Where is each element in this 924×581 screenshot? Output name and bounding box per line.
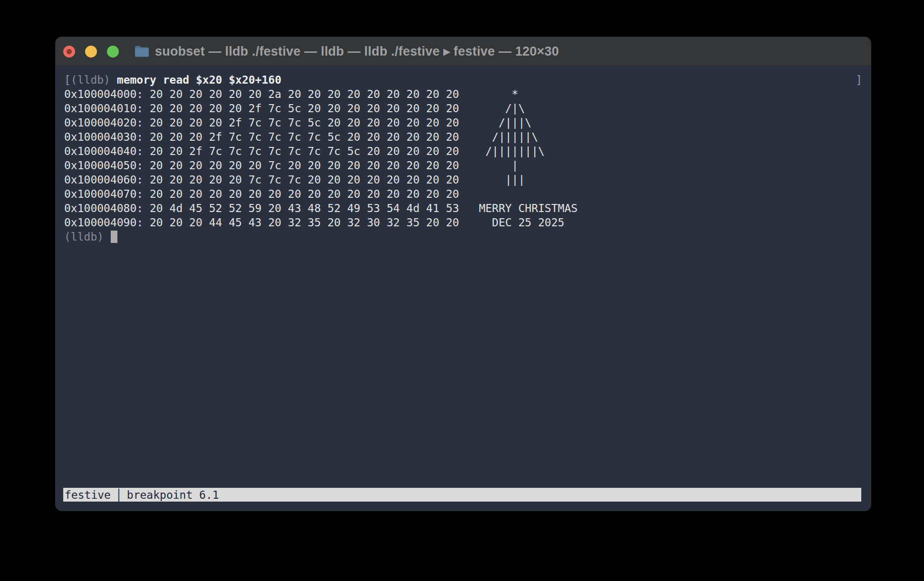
command-text: memory read $x20 $x20+160	[117, 74, 281, 86]
lldb-prompt: (lldb)	[71, 74, 117, 86]
statusline-status: breakpoint 6.1	[127, 489, 219, 501]
close-button[interactable]	[63, 46, 75, 58]
memory-hex-bytes: 20 20 20 44 45 43 20 32 35 20 32 30 32 3…	[150, 216, 459, 229]
memory-ascii: DEC 25 2025	[459, 216, 565, 229]
command-line: [(lldb) memory read $x20 $x20+160 ]	[64, 73, 862, 87]
memory-hex-bytes: 20 20 20 20 20 20 7c 20 20 20 20 20 20 2…	[150, 159, 459, 172]
memory-hex-bytes: 20 20 20 20 20 20 2a 20 20 20 20 20 20 2…	[150, 88, 459, 100]
zoom-button[interactable]	[107, 46, 119, 58]
terminal-screen[interactable]: [(lldb) memory read $x20 $x20+160 ] 0x10…	[56, 66, 871, 511]
memory-ascii: MERRY CHRISTMAS	[459, 202, 578, 214]
memory-ascii: |||	[459, 174, 525, 186]
memory-ascii: *	[459, 88, 519, 100]
memory-address: 0x100004020:	[64, 116, 150, 129]
memory-row: 0x100004010: 20 20 20 20 20 2f 7c 5c 20 …	[64, 101, 862, 116]
memory-row: 0x100004060: 20 20 20 20 20 7c 7c 7c 20 …	[64, 173, 862, 187]
memory-address: 0x100004000:	[64, 88, 150, 100]
terminal-window: suobset — lldb ./festive — lldb — lldb .…	[56, 37, 871, 511]
memory-address: 0x100004090:	[64, 216, 150, 229]
memory-row: 0x100004090: 20 20 20 44 45 43 20 32 35 …	[64, 215, 862, 230]
memory-address: 0x100004070:	[64, 188, 150, 200]
memory-hex-bytes: 20 4d 45 52 52 59 20 43 48 52 49 53 54 4…	[150, 202, 459, 214]
memory-row: 0x100004040: 20 20 2f 7c 7c 7c 7c 7c 7c …	[64, 144, 862, 158]
memory-row: 0x100004030: 20 20 20 2f 7c 7c 7c 7c 7c …	[64, 130, 862, 144]
memory-ascii	[459, 188, 472, 200]
open-bracket: [	[64, 74, 71, 86]
command-line-left: [(lldb) memory read $x20 $x20+160	[64, 73, 281, 87]
memory-row: 0x100004070: 20 20 20 20 20 20 20 20 20 …	[64, 187, 862, 201]
memory-row: 0x100004080: 20 4d 45 52 52 59 20 43 48 …	[64, 201, 862, 215]
close-bracket: ]	[856, 73, 862, 87]
statusline-separator: │	[111, 489, 127, 501]
memory-address: 0x100004010:	[64, 102, 150, 115]
memory-ascii: /|\	[459, 102, 525, 115]
memory-hex-bytes: 20 20 2f 7c 7c 7c 7c 7c 7c 7c 5c 20 20 2…	[150, 145, 459, 157]
memory-address: 0x100004030:	[64, 131, 150, 143]
memory-hex-bytes: 20 20 20 20 20 20 20 20 20 20 20 20 20 2…	[150, 188, 459, 200]
traffic-lights	[63, 37, 119, 66]
window-titlebar[interactable]: suobset — lldb ./festive — lldb — lldb .…	[56, 37, 871, 66]
terminal-cursor	[111, 231, 117, 243]
lldb-statusline: festive │ breakpoint 6.1	[63, 488, 861, 502]
memory-ascii: /|||||\	[459, 131, 538, 143]
memory-hex-bytes: 20 20 20 20 2f 7c 7c 7c 5c 20 20 20 20 2…	[150, 116, 459, 129]
memory-row: 0x100004050: 20 20 20 20 20 20 7c 20 20 …	[64, 158, 862, 173]
memory-address: 0x100004050:	[64, 159, 150, 172]
minimize-button[interactable]	[85, 46, 97, 58]
folder-icon	[135, 45, 149, 58]
memory-address: 0x100004060:	[64, 174, 150, 186]
current-prompt-line: (lldb)	[64, 230, 862, 244]
memory-hex-bytes: 20 20 20 20 20 2f 7c 5c 20 20 20 20 20 2…	[150, 102, 459, 115]
statusline-target: festive	[65, 489, 111, 501]
memory-address: 0x100004080:	[64, 202, 150, 214]
memory-row: 0x100004020: 20 20 20 20 2f 7c 7c 7c 5c …	[64, 116, 862, 130]
window-title: suobset — lldb ./festive — lldb — lldb .…	[155, 44, 559, 59]
lldb-prompt: (lldb)	[64, 231, 110, 243]
memory-row: 0x100004000: 20 20 20 20 20 20 2a 20 20 …	[64, 87, 862, 101]
memory-ascii: /|||\	[459, 116, 531, 129]
memory-address: 0x100004040:	[64, 145, 150, 157]
memory-hex-bytes: 20 20 20 2f 7c 7c 7c 7c 7c 5c 20 20 20 2…	[150, 131, 459, 143]
memory-hex-bytes: 20 20 20 20 20 7c 7c 7c 20 20 20 20 20 2…	[150, 174, 459, 186]
memory-ascii: /|||||||\	[459, 145, 545, 157]
title-group: suobset — lldb ./festive — lldb — lldb .…	[135, 37, 559, 66]
memory-ascii: |	[459, 159, 519, 172]
